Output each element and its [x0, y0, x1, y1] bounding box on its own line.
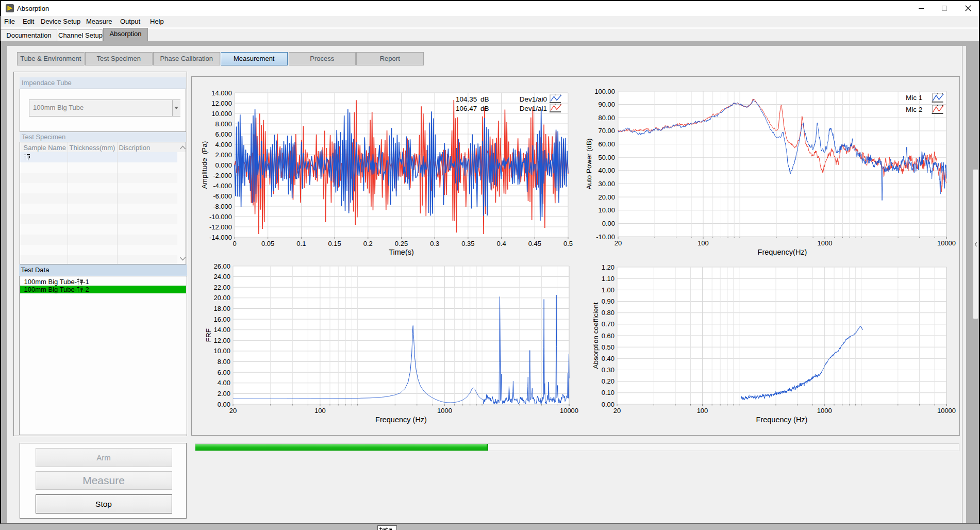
svg-text:0.60: 0.60: [602, 332, 614, 340]
svg-text:50.00: 50.00: [598, 154, 615, 161]
svg-text:20.00: 20.00: [598, 193, 615, 201]
svg-text:Mic 1: Mic 1: [906, 94, 922, 102]
svg-text:0.4: 0.4: [497, 240, 506, 247]
svg-text:60.00: 60.00: [598, 140, 615, 148]
svg-text:18.00: 18.00: [213, 305, 230, 312]
svg-text:100: 100: [697, 407, 708, 415]
svg-text:16.00: 16.00: [213, 316, 230, 323]
svg-text:Dev1/ai0: Dev1/ai0: [520, 95, 547, 103]
svg-text:0.00: 0.00: [602, 220, 615, 227]
svg-text:0.15: 0.15: [328, 240, 341, 247]
svg-text:0.05: 0.05: [261, 240, 274, 247]
svg-text:106.47 dB: 106.47 dB: [456, 105, 489, 112]
svg-text:0.30: 0.30: [602, 366, 614, 374]
svg-text:100.00: 100.00: [594, 88, 615, 95]
svg-text:0.70: 0.70: [602, 320, 614, 328]
svg-text:1000: 1000: [818, 239, 833, 247]
svg-text:26.00: 26.00: [213, 262, 230, 270]
svg-text:-2.000: -2.000: [213, 172, 232, 179]
svg-text:-6.000: -6.000: [213, 192, 232, 200]
svg-text:0.2: 0.2: [363, 240, 373, 247]
svg-text:1000: 1000: [437, 407, 452, 415]
svg-text:12.000: 12.000: [211, 100, 232, 107]
svg-text:-10.00: -10.00: [596, 233, 615, 241]
svg-text:104.35 dB: 104.35 dB: [456, 95, 489, 103]
svg-text:20.00: 20.00: [213, 294, 230, 302]
svg-text:100: 100: [697, 239, 709, 247]
svg-text:0.25: 0.25: [395, 240, 408, 247]
svg-text:8.000: 8.000: [215, 120, 232, 128]
svg-text:0.000: 0.000: [215, 161, 232, 169]
svg-text:6.00: 6.00: [218, 369, 230, 376]
svg-text:0.50: 0.50: [602, 343, 614, 351]
svg-text:4.000: 4.000: [215, 141, 232, 148]
svg-text:0.20: 0.20: [602, 377, 614, 385]
svg-text:0.35: 0.35: [461, 240, 474, 247]
svg-text:Time(s): Time(s): [389, 248, 414, 256]
svg-text:Frequency (Hz): Frequency (Hz): [375, 416, 427, 424]
svg-text:-14.000: -14.000: [209, 234, 232, 241]
svg-text:-10.000: -10.000: [209, 213, 232, 221]
svg-text:1.20: 1.20: [602, 263, 614, 271]
svg-text:1.00: 1.00: [602, 286, 614, 294]
svg-text:12.00: 12.00: [213, 337, 230, 344]
svg-text:4.00: 4.00: [218, 379, 230, 387]
svg-text:-8.000: -8.000: [213, 203, 232, 210]
svg-text:30.00: 30.00: [598, 180, 615, 188]
svg-text:0.1: 0.1: [296, 240, 306, 247]
svg-text:Frequency(Hz): Frequency(Hz): [758, 248, 807, 256]
svg-text:Frequency (Hz): Frequency (Hz): [756, 416, 808, 424]
svg-text:80.00: 80.00: [598, 114, 615, 122]
svg-text:-4.000: -4.000: [213, 182, 232, 190]
svg-text:8.00: 8.00: [218, 358, 230, 366]
svg-text:FRF: FRF: [205, 328, 212, 342]
svg-text:90.00: 90.00: [598, 101, 615, 108]
svg-text:0.00: 0.00: [602, 401, 614, 408]
svg-text:10.00: 10.00: [213, 347, 230, 355]
svg-text:70.00: 70.00: [598, 127, 615, 135]
svg-text:Mic 2: Mic 2: [906, 106, 922, 113]
svg-text:0.40: 0.40: [602, 355, 614, 362]
svg-text:20: 20: [613, 407, 621, 415]
svg-text:Amplitude (Pa): Amplitude (Pa): [201, 141, 208, 189]
svg-text:0.3: 0.3: [430, 240, 439, 247]
svg-text:100: 100: [314, 407, 326, 415]
svg-text:2.000: 2.000: [215, 151, 232, 159]
svg-text:-12.000: -12.000: [209, 223, 232, 231]
svg-text:0.45: 0.45: [528, 240, 541, 247]
svg-text:2.00: 2.00: [218, 390, 230, 397]
svg-text:40.00: 40.00: [598, 167, 615, 174]
svg-text:1000: 1000: [817, 407, 832, 415]
svg-text:14.000: 14.000: [211, 89, 232, 97]
svg-text:20: 20: [614, 239, 622, 247]
svg-text:14.00: 14.00: [213, 326, 230, 334]
svg-text:22.00: 22.00: [213, 284, 230, 291]
svg-text:10000: 10000: [560, 407, 578, 415]
svg-text:24.00: 24.00: [213, 273, 230, 280]
svg-text:Dev1/ai1: Dev1/ai1: [520, 105, 547, 112]
svg-text:1.10: 1.10: [602, 275, 614, 283]
svg-text:0.90: 0.90: [602, 297, 614, 305]
svg-text:0: 0: [232, 240, 236, 247]
svg-text:20: 20: [229, 407, 237, 415]
svg-text:0.10: 0.10: [602, 389, 614, 396]
svg-text:10000: 10000: [937, 239, 956, 247]
svg-text:0.00: 0.00: [218, 401, 230, 408]
svg-text:0.5: 0.5: [563, 240, 573, 247]
svg-text:6.000: 6.000: [215, 130, 232, 138]
svg-text:10.000: 10.000: [211, 110, 232, 118]
svg-text:Absorption coefficient: Absorption coefficient: [592, 302, 600, 369]
svg-text:10000: 10000: [937, 407, 956, 415]
svg-text:0.80: 0.80: [602, 309, 614, 317]
svg-text:10.00: 10.00: [598, 206, 615, 214]
svg-text:Auto Power (dB): Auto Power (dB): [585, 138, 593, 189]
